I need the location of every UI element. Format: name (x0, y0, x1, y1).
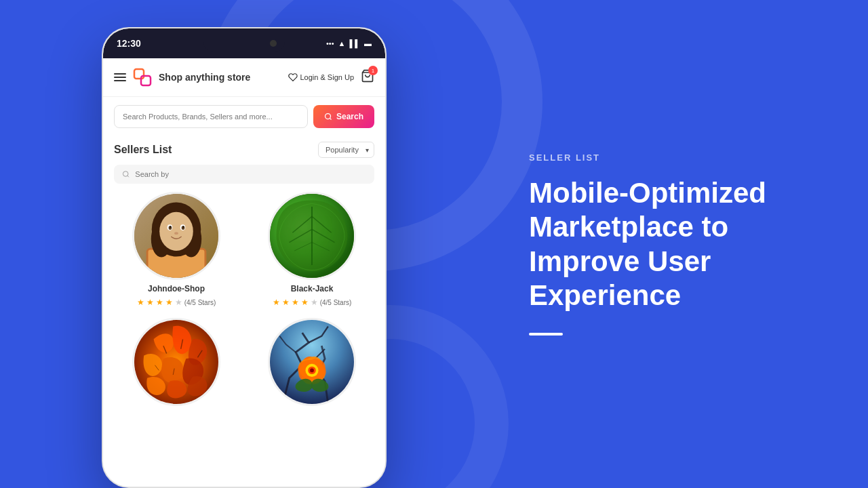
sort-wrapper: Popularity Rating Name (318, 142, 374, 158)
rating-text-1: (4/5 Stars) (184, 299, 216, 306)
search-by-input[interactable] (135, 170, 366, 178)
main-heading: Mobile-Optimized Marketplace to Improve … (529, 176, 814, 313)
nav-left: Shop anything store (114, 66, 250, 88)
star-b5: ★ (311, 298, 318, 307)
star-4: ★ (165, 298, 173, 307)
notch (203, 35, 285, 52)
app-name: Shop anything store (159, 72, 250, 83)
status-icons: ••• ▲ ▌▌ ▬ (326, 39, 372, 47)
seller-name-1: Johndoe-Shop (148, 284, 205, 293)
star-b2: ★ (282, 298, 290, 307)
search-button-label: Search (336, 112, 363, 121)
status-time: 12:30 (117, 38, 141, 49)
star-1: ★ (137, 298, 144, 307)
search-input-wrapper (114, 105, 308, 128)
svg-rect-2 (134, 76, 144, 85)
sellers-header: Sellers List Popularity Rating Name (114, 142, 374, 158)
cart-badge: 1 (368, 66, 378, 75)
seller-card-4[interactable] (250, 318, 374, 414)
phone-mockup: 12:30 ••• ▲ ▌▌ ▬ (102, 27, 387, 488)
signal-dots: ••• (326, 39, 334, 47)
seller-card-3[interactable] (114, 318, 239, 414)
seller-avatar-4 (268, 318, 356, 406)
camera-dot (270, 40, 277, 47)
hamburger-menu[interactable] (114, 73, 126, 81)
battery-icon: ▬ (364, 39, 372, 47)
seller-name-2: Black-Jack (291, 284, 334, 293)
sellers-title: Sellers List (114, 144, 172, 156)
seller-rating-2: ★ ★ ★ ★ ★ (4/5 Stars) (273, 298, 352, 307)
rating-text-2: (4/5 Stars) (320, 299, 352, 306)
panel-label: SELLER LIST (529, 152, 814, 163)
seller-rating-1: ★ ★ ★ ★ ★ (4/5 Stars) (137, 298, 216, 307)
svg-point-4 (325, 114, 330, 119)
phone-container: 12:30 ••• ▲ ▌▌ ▬ (95, 14, 393, 488)
star-b3: ★ (292, 298, 299, 307)
sellers-grid: Johndoe-Shop ★ ★ ★ ★ ★ (4/5 Stars) (114, 192, 374, 414)
svg-point-5 (123, 171, 128, 177)
star-b4: ★ (301, 298, 309, 307)
sellers-section: Sellers List Popularity Rating Name (103, 136, 385, 420)
signal-bars: ▌▌ (349, 39, 360, 47)
star-5: ★ (175, 298, 182, 307)
login-signup-button[interactable]: Login & Sign Up (288, 73, 355, 82)
app-navbar: Shop anything store Login & Sign Up (103, 58, 385, 97)
cart-button[interactable]: 1 (361, 69, 374, 85)
seller-avatar-3 (132, 318, 220, 406)
seller-avatar-2 (268, 192, 356, 280)
svg-rect-0 (134, 69, 144, 79)
svg-point-18 (170, 226, 171, 228)
star-b1: ★ (273, 298, 280, 307)
wifi-icon: ▲ (338, 39, 346, 47)
svg-point-19 (183, 226, 184, 228)
svg-point-36 (310, 369, 314, 373)
svg-point-20 (174, 232, 178, 235)
seller-avatar-1 (132, 192, 220, 280)
seller-card-1[interactable]: Johndoe-Shop ★ ★ ★ ★ ★ (4/5 Stars) (114, 192, 239, 307)
login-label: Login & Sign Up (300, 73, 355, 81)
heading-divider (529, 333, 563, 336)
app-content: Shop anything store Login & Sign Up (103, 58, 385, 487)
search-section: Search (103, 97, 385, 136)
right-panel: SELLER LIST Mobile-Optimized Marketplace… (475, 0, 868, 488)
app-logo (132, 66, 153, 88)
sort-select[interactable]: Popularity Rating Name (318, 142, 374, 158)
star-3: ★ (156, 298, 163, 307)
search-by-wrapper (114, 165, 374, 184)
svg-point-13 (159, 212, 193, 251)
status-bar: 12:30 ••• ▲ ▌▌ ▬ (103, 28, 385, 58)
nav-right: Login & Sign Up 1 (288, 69, 375, 85)
seller-card-2[interactable]: Black-Jack ★ ★ ★ ★ ★ (4/5 Stars) (250, 192, 374, 307)
main-search-input[interactable] (123, 113, 299, 121)
search-button[interactable]: Search (313, 105, 374, 128)
svg-rect-1 (141, 76, 151, 85)
star-2: ★ (146, 298, 154, 307)
